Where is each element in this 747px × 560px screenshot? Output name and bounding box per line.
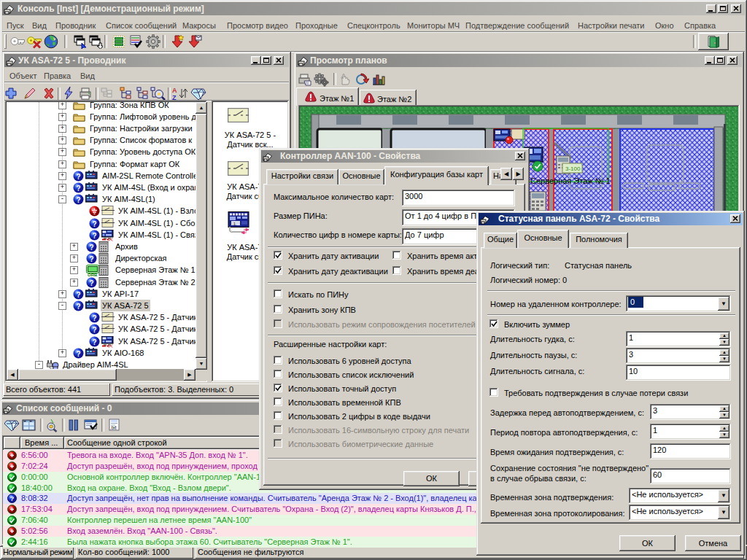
svg-text:3-100: 3-100 xyxy=(565,166,581,172)
svg-text:.txt: .txt xyxy=(110,425,117,430)
svg-text:?: ? xyxy=(76,302,80,310)
svg-text:?: ? xyxy=(76,172,80,180)
svg-text:?: ? xyxy=(10,495,15,502)
svg-text:?: ? xyxy=(92,314,96,322)
svg-text:?: ? xyxy=(92,219,96,228)
svg-text:?: ? xyxy=(89,255,93,263)
svg-text:Серверная Этаж № 1: Серверная Этаж № 1 xyxy=(530,176,611,185)
svg-text:?: ? xyxy=(92,326,96,334)
svg-text:?: ? xyxy=(76,196,80,204)
svg-text:A: A xyxy=(172,87,177,94)
svg-text:?: ? xyxy=(92,338,96,346)
svg-text:?: ? xyxy=(89,279,93,287)
svg-text:.1.: .1. xyxy=(232,222,237,226)
svg-text:?: ? xyxy=(92,231,96,239)
svg-text:?: ? xyxy=(76,184,80,192)
svg-text:?: ? xyxy=(76,349,80,357)
svg-text:?: ? xyxy=(76,290,80,298)
svg-text:?: ? xyxy=(89,243,93,251)
